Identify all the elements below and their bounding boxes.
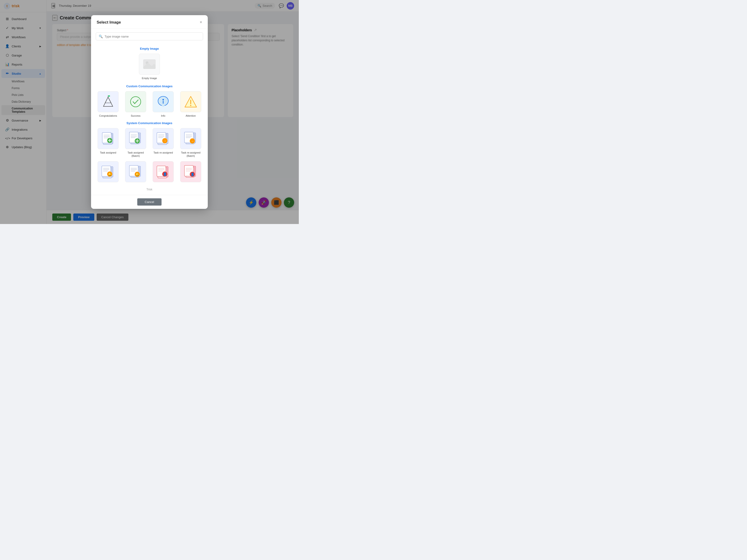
task-assigned-batch-thumb: [125, 128, 146, 149]
task-assigned-icon: [99, 130, 117, 147]
svg-rect-10: [127, 94, 144, 110]
modal-search-icon: 🔍: [99, 34, 103, 38]
system-section-title: System Communication Images: [96, 121, 203, 125]
image-item-sys-4[interactable]: 🔔: [96, 161, 121, 182]
congratulations-icon: [100, 94, 116, 110]
trisk-footer: Trisk: [96, 186, 203, 192]
modal-footer: Cancel: [91, 195, 208, 209]
sys-5-icon: 🔔: [127, 163, 145, 181]
empty-image-thumb: [139, 54, 160, 75]
image-item-sys-5[interactable]: 🔔: [123, 161, 148, 182]
attention-thumb: [180, 91, 201, 112]
modal-title: Select Image: [97, 20, 121, 25]
svg-text:🔔: 🔔: [135, 172, 139, 176]
empty-image-icon: [143, 57, 156, 71]
empty-image-section-title: Empty Image: [96, 47, 203, 50]
svg-text:🔔: 🔔: [108, 172, 112, 176]
empty-image-label: Empty Image: [142, 77, 157, 80]
svg-point-20: [190, 105, 191, 106]
sys-4-thumb: 🔔: [98, 161, 119, 182]
sys-4-icon: 🔔: [99, 163, 117, 181]
task-reassigned-batch-thumb: →: [180, 128, 201, 149]
sys-7-icon: 👤: [182, 163, 200, 181]
modal-search-input[interactable]: [105, 35, 200, 38]
task-reassigned-icon: →: [155, 130, 172, 147]
task-assigned-batch-icon: [127, 130, 145, 147]
modal-close-button[interactable]: ×: [200, 20, 202, 25]
attention-label: Attention: [186, 114, 196, 117]
success-thumb: [125, 91, 146, 112]
attention-icon: [183, 94, 199, 110]
svg-text:👤: 👤: [163, 172, 167, 176]
task-assigned-label: Task assigned: [100, 151, 116, 154]
svg-rect-9: [108, 96, 110, 97]
success-icon: [127, 94, 144, 110]
info-icon: [155, 94, 171, 110]
congratulations-thumb: [98, 91, 119, 112]
task-assigned-thumb: [98, 128, 119, 149]
image-item-attention[interactable]: Attention: [178, 91, 203, 117]
sys-6-thumb: 👤: [153, 161, 174, 182]
sys-7-thumb: 👤: [180, 161, 201, 182]
image-item-task-assigned[interactable]: Task assigned: [96, 128, 121, 158]
info-label: Info: [161, 114, 165, 117]
task-reassigned-thumb: →: [153, 128, 174, 149]
select-image-modal: Select Image × 🔍 Empty Image: [91, 15, 208, 209]
svg-point-14: [162, 99, 164, 100]
image-item-sys-7[interactable]: 👤: [178, 161, 203, 182]
task-assigned-batch-label: Task assigned (Batch): [123, 151, 148, 158]
image-item-task-assigned-batch[interactable]: Task assigned (Batch): [123, 128, 148, 158]
svg-text:→: →: [191, 139, 194, 143]
image-item-task-reassigned[interactable]: → Task re-assigned: [151, 128, 176, 158]
system-images-grid-row2: 🔔: [96, 161, 203, 182]
image-item-congratulations[interactable]: Congratulations: [96, 91, 121, 117]
empty-image-item[interactable]: Empty Image: [139, 54, 160, 80]
svg-text:👤: 👤: [190, 172, 195, 176]
congratulations-label: Congratulations: [99, 114, 117, 117]
image-item-task-reassigned-batch[interactable]: → Task re-assigned (Batch): [178, 128, 203, 158]
image-item-sys-6[interactable]: 👤: [151, 161, 176, 182]
task-reassigned-label: Task re-assigned: [153, 151, 173, 154]
modal-overlay[interactable]: Select Image × 🔍 Empty Image: [0, 0, 299, 224]
modal-cancel-button[interactable]: Cancel: [137, 198, 161, 206]
sys-6-icon: 👤: [155, 163, 172, 181]
info-thumb: [153, 91, 174, 112]
custom-images-grid: Congratulations Success: [96, 91, 203, 117]
image-item-info[interactable]: Info: [151, 91, 176, 117]
custom-section-title: Custom Communication Images: [96, 84, 203, 88]
system-images-grid-row1: Task assigned: [96, 128, 203, 158]
modal-body: Empty Image Empty Image Custom Communica…: [91, 41, 208, 195]
sys-5-thumb: 🔔: [125, 161, 146, 182]
task-reassigned-batch-icon: →: [182, 130, 200, 147]
task-reassigned-batch-label: Task re-assigned (Batch): [178, 151, 203, 158]
success-label: Success: [131, 114, 140, 117]
svg-text:→: →: [163, 139, 166, 142]
modal-header: Select Image ×: [91, 15, 208, 29]
image-item-success[interactable]: Success: [123, 91, 148, 117]
modal-search-container: 🔍: [96, 32, 203, 41]
